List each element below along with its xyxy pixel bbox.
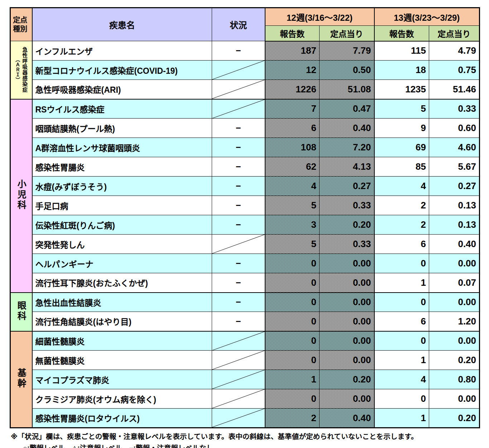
disease-name-cell: A群溶血性レンサ球菌咽頭炎 — [32, 138, 212, 157]
week13-per-sentinel-cell: 0.00 — [429, 389, 480, 409]
category-cell-pediatrics: 小児科 — [10, 99, 32, 293]
week12-per-sentinel-cell: 51.08 — [320, 80, 374, 99]
week13-per-sentinel-cell: 0.27 — [429, 177, 480, 196]
week12-reports-cell: 6 — [265, 119, 320, 138]
category-ophthalmology-label: 眼科 — [15, 301, 28, 322]
week13-per-sentinel-cell: 0.13 — [429, 196, 480, 215]
disease-name-cell: 急性呼吸器感染症(ARI) — [32, 80, 212, 99]
week12-reports-cell: 108 — [265, 138, 320, 157]
column-header-week13: 13週(3/23～3/29) — [374, 8, 480, 26]
status-cell: − — [212, 177, 265, 196]
week12-reports-cell: 3 — [265, 215, 320, 235]
column-header-week12-reports: 報告数 — [265, 26, 320, 41]
week12-reports-cell: 5 — [265, 196, 320, 215]
week13-per-sentinel-cell: 0.07 — [429, 273, 480, 293]
disease-name-cell: 感染性胃腸炎(ロタウイルス) — [32, 409, 212, 428]
disease-name-cell: 伝染性紅斑(りんご病) — [32, 215, 212, 235]
column-header-sentinel-type-label: 定点種別 — [13, 16, 29, 34]
week13-per-sentinel-cell: 51.46 — [429, 80, 480, 99]
no-baseline-diagonal — [212, 389, 265, 408]
disease-name-cell: ヘルパンギーナ — [32, 254, 212, 273]
status-cell: − — [212, 41, 265, 61]
status-cell — [212, 99, 265, 119]
sentinel-surveillance-table: 定点種別 疾患名 状況 12週(3/16～3/22) 13週(3/23～3/29… — [10, 7, 480, 428]
week12-per-sentinel-cell: 0.27 — [320, 177, 374, 196]
no-baseline-diagonal — [212, 332, 265, 351]
table-row: 急性呼吸器感染症(ARI) 1226 51.08 1235 51.46 — [10, 80, 480, 99]
column-header-week13-reports: 報告数 — [374, 26, 429, 41]
week12-per-sentinel-cell: 0.20 — [320, 215, 374, 235]
disease-name-cell: クラミジア肺炎(オウム病を除く) — [32, 389, 212, 409]
column-header-week13-per-sentinel: 定点当り — [429, 26, 480, 41]
column-header-disease-name: 疾患名 — [32, 8, 212, 41]
week12-per-sentinel-cell: 0.40 — [320, 409, 374, 428]
status-value: − — [236, 220, 241, 230]
column-header-sentinel-type: 定点種別 — [10, 8, 32, 41]
week13-reports-cell: 2 — [374, 196, 429, 215]
no-baseline-diagonal — [212, 100, 265, 119]
category-core-hospital-label: 基幹 — [15, 368, 28, 389]
category-pediatrics-label: 小児科 — [15, 179, 28, 211]
week12-reports-cell: 12 — [265, 61, 320, 80]
table-row: 伝染性紅斑(りんご病) − 3 0.20 2 0.13 — [10, 215, 480, 235]
status-cell: − — [212, 138, 265, 157]
week12-reports-cell: 0 — [265, 293, 320, 312]
week13-reports-cell: 0 — [374, 331, 429, 351]
status-value: − — [236, 123, 241, 133]
status-cell: − — [212, 215, 265, 235]
status-cell — [212, 351, 265, 370]
week13-per-sentinel-cell: 0.00 — [429, 331, 480, 351]
week12-per-sentinel-cell: 0.00 — [320, 331, 374, 351]
week13-per-sentinel-cell: 0.00 — [429, 293, 480, 312]
disease-name-cell: 流行性角結膜炎(はやり目) — [32, 312, 212, 331]
status-value: − — [236, 258, 241, 268]
week12-reports-cell: 62 — [265, 157, 320, 177]
category-cell-ophthalmology: 眼科 — [10, 293, 32, 331]
week12-reports-cell: 0 — [265, 312, 320, 331]
disease-name-cell: 咽頭結膜熱(プール熱) — [32, 119, 212, 138]
week12-per-sentinel-cell: 0.00 — [320, 389, 374, 409]
week12-per-sentinel-cell: 7.20 — [320, 138, 374, 157]
table-row: 流行性耳下腺炎(おたふくかぜ) − 0 0.00 1 0.07 — [10, 273, 480, 293]
week12-reports-cell: 0 — [265, 273, 320, 293]
week12-per-sentinel-cell: 0.40 — [320, 119, 374, 138]
table-row: 無菌性髄膜炎 0 0.00 1 0.20 — [10, 351, 480, 370]
week13-reports-cell: 4 — [374, 370, 429, 389]
week13-reports-cell: 0 — [374, 293, 429, 312]
week12-reports-cell: 5 — [265, 235, 320, 254]
disease-name-cell: 無菌性髄膜炎 — [32, 351, 212, 370]
table-row: 感染性胃腸炎(ロタウイルス) 2 0.40 1 0.20 — [10, 409, 480, 428]
table-row: 手足口病 − 5 0.33 2 0.13 — [10, 196, 480, 215]
week12-per-sentinel-cell: 0.00 — [320, 254, 374, 273]
table-row: 咽頭結膜熱(プール熱) − 6 0.40 9 0.60 — [10, 119, 480, 138]
column-header-status: 状況 — [212, 8, 265, 41]
week13-reports-cell: 5 — [374, 99, 429, 119]
week13-per-sentinel-cell: 0.20 — [429, 409, 480, 428]
week12-per-sentinel-cell: 0.33 — [320, 196, 374, 215]
week13-reports-cell: 1 — [374, 351, 429, 370]
table-row: A群溶血性レンサ球菌咽頭炎 − 108 7.20 69 4.60 — [10, 138, 480, 157]
status-value: − — [236, 200, 241, 210]
status-value: − — [236, 297, 241, 307]
disease-name-cell: 手足口病 — [32, 196, 212, 215]
week13-per-sentinel-cell: 0.13 — [429, 215, 480, 235]
disease-name-cell: 感染性胃腸炎 — [32, 157, 212, 177]
week13-reports-cell: 4 — [374, 177, 429, 196]
week12-per-sentinel-cell: 0.00 — [320, 273, 374, 293]
week13-reports-cell: 0 — [374, 254, 429, 273]
disease-name-cell: 新型コロナウイルス感染症(COVID-19) — [32, 61, 212, 80]
header-row-weeks: 定点種別 疾患名 状況 12週(3/16～3/22) 13週(3/23～3/29… — [10, 8, 480, 26]
week12-per-sentinel-cell: 0.50 — [320, 61, 374, 80]
status-cell — [212, 80, 265, 99]
disease-name-cell: インフルエンザ — [32, 41, 212, 61]
week12-reports-cell: 0 — [265, 254, 320, 273]
status-cell: − — [212, 157, 265, 177]
week13-per-sentinel-cell: 0.40 — [429, 235, 480, 254]
no-baseline-diagonal — [212, 80, 265, 99]
week13-reports-cell: 0 — [374, 389, 429, 409]
table-row: （ＡＲＩ） 急性呼吸器感染症 インフルエンザ − 187 7.79 115 4.… — [10, 41, 480, 61]
week12-per-sentinel-cell: 0.00 — [320, 351, 374, 370]
status-cell — [212, 61, 265, 80]
table-row: 突発性発しん 5 0.33 6 0.40 — [10, 235, 480, 254]
week13-per-sentinel-cell: 0.33 — [429, 99, 480, 119]
